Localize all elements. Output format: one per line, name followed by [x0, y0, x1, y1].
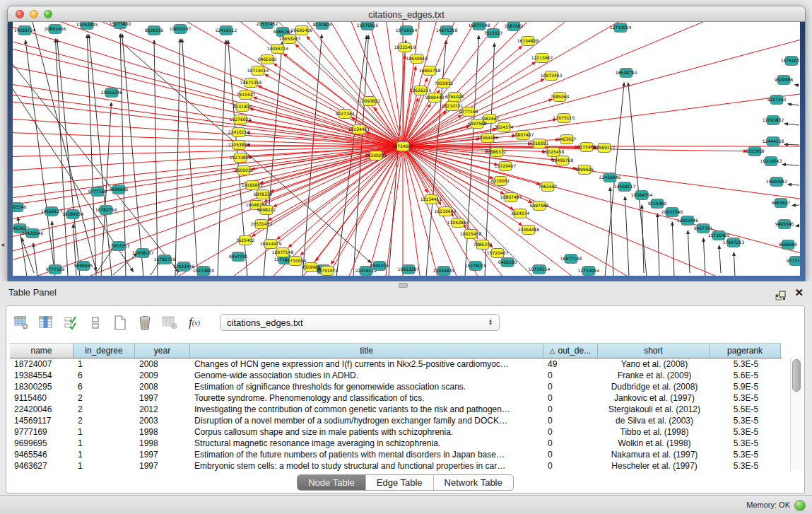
- network-edge-red[interactable]: [403, 146, 800, 276]
- network-node[interactable]: 9498222: [257, 206, 276, 215]
- table-row[interactable]: 1830029562008Estimation of significance …: [10, 381, 782, 392]
- network-edge-red[interactable]: [403, 22, 782, 146]
- network-edge-red[interactable]: [13, 22, 403, 146]
- network-node[interactable]: 10025458: [543, 148, 565, 157]
- network-node[interactable]: 9699695: [74, 262, 93, 271]
- create-column-icon[interactable]: [112, 315, 128, 330]
- network-edge-red[interactable]: [13, 22, 403, 146]
- network-node[interactable]: 14671358: [436, 26, 458, 35]
- network-edge-black[interactable]: [734, 252, 735, 276]
- network-node[interactable]: 9465546: [13, 203, 27, 212]
- network-node[interactable]: 9457791: [694, 224, 713, 233]
- network-edge-red[interactable]: [403, 146, 800, 276]
- select-rows-icon[interactable]: [63, 315, 78, 330]
- network-edge-red[interactable]: [13, 22, 403, 146]
- network-canvas[interactable]: 1405572420691406110538451527380085050161…: [13, 22, 800, 276]
- column-header-short[interactable]: short: [598, 343, 710, 358]
- close-button[interactable]: [16, 10, 24, 18]
- network-edge-black[interactable]: [784, 124, 799, 125]
- row-height-icon[interactable]: [88, 315, 103, 330]
- network-node[interactable]: 14569117: [594, 144, 616, 153]
- network-edge-red[interactable]: [284, 54, 403, 146]
- network-edge-red[interactable]: [13, 22, 403, 146]
- network-node[interactable]: 10807487: [500, 193, 522, 202]
- network-edge-red[interactable]: [13, 22, 403, 146]
- network-edge-red[interactable]: [247, 133, 403, 146]
- network-node[interactable]: 10719154: [396, 26, 418, 35]
- network-node[interactable]: 20691406: [291, 26, 313, 35]
- network-node[interactable]: 6497568: [468, 119, 487, 129]
- network-node[interactable]: 9777169: [787, 257, 800, 266]
- equation-builder-icon[interactable]: f(x): [187, 315, 202, 330]
- network-node[interactable]: 15716485: [708, 231, 730, 240]
- network-node[interactable]: 9329966: [775, 76, 794, 85]
- network-node[interactable]: 11053845: [447, 218, 469, 228]
- network-node[interactable]: 12444158: [763, 137, 784, 146]
- network-node[interactable]: 10719154: [529, 265, 551, 274]
- network-edge-black[interactable]: [784, 144, 799, 145]
- network-edge-black[interactable]: [792, 205, 799, 206]
- network-node[interactable]: 7485063: [551, 93, 570, 102]
- network-node[interactable]: 12923446: [173, 262, 195, 271]
- network-node[interactable]: 16977148: [560, 255, 582, 264]
- network-node[interactable]: 7515527: [237, 90, 256, 100]
- network-node[interactable]: 6466160: [498, 258, 517, 267]
- collapse-arrow-icon[interactable]: ◂: [1, 240, 4, 248]
- network-node[interactable]: 22420046: [599, 173, 621, 182]
- network-edge-black[interactable]: [87, 35, 96, 276]
- table-scrollbar[interactable]: [790, 358, 801, 471]
- network-node[interactable]: 16914479: [260, 240, 282, 249]
- memory-ok-indicator[interactable]: [794, 500, 806, 511]
- network-node[interactable]: 9899695: [575, 165, 594, 175]
- network-node[interactable]: 3624574: [511, 209, 530, 218]
- tab-node-table[interactable]: Node Table: [298, 475, 366, 490]
- network-node[interactable]: 2087682: [505, 22, 524, 31]
- column-header-pagerank[interactable]: pagerank: [710, 343, 781, 358]
- network-edge-red[interactable]: [403, 146, 800, 276]
- splitter-handle[interactable]: [399, 283, 408, 288]
- network-node[interactable]: 16210643: [760, 157, 782, 166]
- network-node[interactable]: 8505016: [145, 26, 164, 35]
- network-node[interactable]: 20053346: [661, 208, 683, 217]
- table-selector-dropdown[interactable]: citations_edges.txt ▲▼: [220, 314, 500, 331]
- network-node[interactable]: 10653287: [398, 265, 420, 274]
- network-node[interactable]: 19384554: [631, 191, 653, 200]
- network-node[interactable]: 7625402: [236, 236, 255, 245]
- network-edge-black[interactable]: [628, 83, 647, 276]
- network-node[interactable]: 15276025: [465, 262, 487, 271]
- network-edge-black[interactable]: [33, 243, 37, 276]
- network-node[interactable]: 18640910: [406, 54, 428, 64]
- network-node[interactable]: 6466160: [258, 55, 277, 64]
- network-node[interactable]: 20053346: [101, 88, 123, 98]
- network-node[interactable]: 12710054: [610, 23, 632, 33]
- zoom-button[interactable]: [44, 10, 52, 18]
- network-node[interactable]: 20531452: [251, 220, 273, 229]
- network-edge-black[interactable]: [782, 164, 799, 165]
- network-node[interactable]: 10653287: [170, 25, 192, 34]
- table-row[interactable]: 1872400712008Changes of HCN gene express…: [10, 358, 782, 370]
- network-edge-red[interactable]: [13, 22, 403, 146]
- network-node[interactable]: 9227343: [767, 95, 787, 105]
- network-edge-red[interactable]: [403, 146, 800, 276]
- network-edge-red[interactable]: [403, 146, 800, 276]
- delete-table-icon[interactable]: [162, 315, 177, 330]
- network-node[interactable]: 15751074: [781, 57, 800, 66]
- column-header-in_degree[interactable]: in_degree: [73, 343, 135, 358]
- network-node[interactable]: 22416112: [216, 26, 237, 35]
- network-node[interactable]: 14569117: [614, 182, 636, 192]
- network-node[interactable]: 11053845: [228, 141, 250, 150]
- network-edge-black[interactable]: [719, 245, 721, 273]
- network-node[interactable]: 9463627: [772, 199, 791, 208]
- network-edge-black[interactable]: [672, 222, 674, 276]
- column-header-out_de[interactable]: △out_de...: [543, 343, 598, 358]
- delete-columns-icon[interactable]: [137, 315, 153, 330]
- network-node[interactable]: 18495768: [552, 156, 574, 165]
- network-edge-red[interactable]: [403, 146, 800, 276]
- table-row[interactable]: 1938455462009Genome-wide association stu…: [10, 370, 782, 381]
- network-node[interactable]: 15276025: [357, 22, 379, 30]
- network-edge-black[interactable]: [642, 205, 644, 273]
- network-edge-red[interactable]: [13, 22, 403, 146]
- network-edge-black[interactable]: [610, 187, 613, 276]
- network-edge-red[interactable]: [13, 22, 403, 146]
- network-node[interactable]: 8131804: [233, 103, 252, 112]
